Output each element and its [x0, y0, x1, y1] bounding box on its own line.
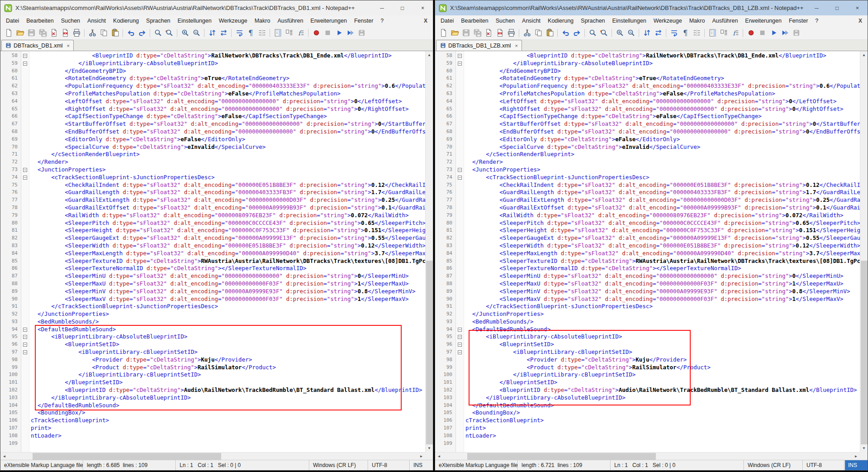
scroll-down-arrow-icon[interactable]: ▼	[426, 444, 433, 452]
print-icon[interactable]	[71, 28, 82, 38]
print-icon[interactable]	[506, 28, 517, 38]
replace-icon[interactable]: ab	[598, 28, 609, 38]
close-document-icon[interactable]	[483, 28, 494, 38]
menu-item-sprachen[interactable]: Sprachen	[577, 16, 609, 25]
minimize-button[interactable]: ─	[372, 0, 392, 15]
file-tab[interactable]: DBTracks_DB1_LZB.xml ×	[436, 40, 522, 51]
menu-item-bearbeiten[interactable]: Bearbeiten	[457, 16, 492, 25]
status-insert-mode[interactable]: INS	[409, 460, 433, 470]
fold-collapse-icon[interactable]	[458, 62, 462, 66]
horizontal-scrollbar-thumb[interactable]	[467, 453, 655, 460]
macro-record-icon[interactable]	[745, 28, 756, 38]
close-button[interactable]: ×	[413, 0, 433, 15]
maximize-button[interactable]: □	[392, 0, 413, 15]
menu-item-datei[interactable]: Datei	[437, 16, 457, 25]
status-eol-format[interactable]: Windows (CR LF)	[309, 460, 368, 470]
tab-close-icon[interactable]: ×	[515, 43, 517, 48]
redo-icon[interactable]	[571, 28, 582, 38]
horizontal-scrollbar[interactable]: ◄ ►	[435, 452, 860, 460]
fold-collapse-icon[interactable]	[458, 335, 462, 339]
menu-item-sprachen[interactable]: Sprachen	[142, 16, 174, 25]
fold-collapse-icon[interactable]	[23, 54, 27, 58]
scroll-down-arrow-icon[interactable]: ▼	[860, 444, 868, 452]
fold-collapse-icon[interactable]	[458, 168, 462, 172]
indent-guide-icon[interactable]	[691, 28, 702, 38]
copy-icon[interactable]	[98, 28, 109, 38]
menu-close-button[interactable]: X	[853, 18, 868, 24]
fold-collapse-icon[interactable]	[458, 54, 462, 58]
fold-collapse-icon[interactable]	[23, 335, 27, 339]
menu-item-werkzeuge[interactable]: Werkzeuge	[650, 16, 686, 25]
copy-icon[interactable]	[533, 28, 544, 38]
word-wrap-icon[interactable]	[669, 28, 679, 38]
word-wrap-icon[interactable]	[234, 28, 245, 38]
menu-item-werkzeuge[interactable]: Werkzeuge	[215, 16, 251, 25]
code-area[interactable]: <BlueprintID d:type="cDeltaString">RailN…	[464, 51, 860, 460]
fold-collapse-icon[interactable]	[458, 176, 462, 180]
menu-item-datei[interactable]: Datei	[2, 16, 23, 25]
menu-item-kodierung[interactable]: Kodierung	[544, 16, 577, 25]
menu-item-ansicht[interactable]: Ansicht	[518, 16, 544, 25]
paste-icon[interactable]	[109, 28, 120, 38]
menu-item-erweiterungen[interactable]: Erweiterungen	[741, 16, 785, 25]
menu-item-makro[interactable]: Makro	[251, 16, 274, 25]
open-folder-icon[interactable]	[449, 28, 460, 38]
menu-close-button[interactable]: X	[418, 18, 433, 24]
show-all-characters-icon[interactable]: ¶	[245, 28, 256, 38]
document-list-icon[interactable]	[284, 28, 294, 38]
fold-collapse-icon[interactable]	[458, 328, 462, 332]
scroll-left-arrow-icon[interactable]: ◄	[0, 453, 8, 460]
vertical-scrollbar[interactable]: ▲ ▼	[860, 51, 868, 452]
file-tab[interactable]: DBTracks_DB1.xml ×	[1, 40, 74, 51]
find-icon[interactable]	[152, 28, 163, 38]
function-list-icon[interactable]: f	[730, 28, 740, 38]
menu-item-ansicht[interactable]: Ansicht	[84, 16, 109, 25]
horizontal-scrollbar[interactable]: ◄ ►	[0, 452, 425, 460]
status-eol-format[interactable]: Windows (CR LF)	[744, 460, 802, 470]
sync-vertical-icon[interactable]	[641, 28, 652, 38]
macro-run-multiple-icon[interactable]	[345, 28, 356, 38]
status-insert-mode[interactable]: INS	[844, 460, 868, 470]
new-file-icon[interactable]	[438, 28, 449, 38]
menu-item-einstellungen[interactable]: Einstellungen	[609, 16, 650, 25]
menu-item-hilfe[interactable]: ?	[811, 16, 822, 25]
menu-item-erweiterungen[interactable]: Erweiterungen	[307, 16, 351, 25]
undo-icon[interactable]	[560, 28, 571, 38]
status-encoding[interactable]: UTF-8	[368, 460, 409, 470]
find-icon[interactable]	[587, 28, 598, 38]
macro-play-icon[interactable]	[333, 28, 344, 38]
paste-icon[interactable]	[544, 28, 555, 38]
fold-collapse-icon[interactable]	[23, 350, 27, 354]
show-all-characters-icon[interactable]: ¶	[680, 28, 691, 38]
scroll-right-arrow-icon[interactable]: ►	[417, 453, 425, 460]
scroll-up-arrow-icon[interactable]: ▲	[860, 51, 868, 59]
sync-horizontal-icon[interactable]	[653, 28, 664, 38]
undo-icon[interactable]	[125, 28, 136, 38]
menu-item-einstellungen[interactable]: Einstellungen	[174, 16, 215, 25]
fold-collapse-icon[interactable]	[23, 62, 27, 66]
menu-item-suchen[interactable]: Suchen	[492, 16, 518, 25]
fold-collapse-icon[interactable]	[23, 343, 27, 347]
fold-collapse-icon[interactable]	[458, 343, 462, 347]
scroll-right-arrow-icon[interactable]: ►	[852, 453, 860, 460]
menu-item-fenster[interactable]: Fenster	[785, 16, 811, 25]
close-all-documents-icon[interactable]	[60, 28, 71, 38]
minimize-button[interactable]: ─	[806, 0, 827, 15]
close-button[interactable]: ×	[847, 0, 868, 15]
zoom-in-icon[interactable]	[180, 28, 190, 38]
tab-close-icon[interactable]: ×	[67, 43, 70, 48]
vertical-scrollbar-thumb[interactable]	[861, 261, 868, 444]
menu-item-suchen[interactable]: Suchen	[57, 16, 84, 25]
sync-horizontal-icon[interactable]	[218, 28, 229, 38]
document-list-icon[interactable]	[718, 28, 729, 38]
zoom-in-icon[interactable]	[614, 28, 625, 38]
scroll-left-arrow-icon[interactable]: ◄	[435, 453, 443, 460]
zoom-out-icon[interactable]	[191, 28, 202, 38]
new-file-icon[interactable]	[3, 28, 14, 38]
document-map-icon[interactable]	[272, 28, 283, 38]
menu-item-bearbeiten[interactable]: Bearbeiten	[23, 16, 57, 25]
fold-collapse-icon[interactable]	[23, 328, 27, 332]
open-folder-icon[interactable]	[14, 28, 25, 38]
scroll-up-arrow-icon[interactable]: ▲	[426, 51, 433, 59]
maximize-button[interactable]: □	[827, 0, 847, 15]
